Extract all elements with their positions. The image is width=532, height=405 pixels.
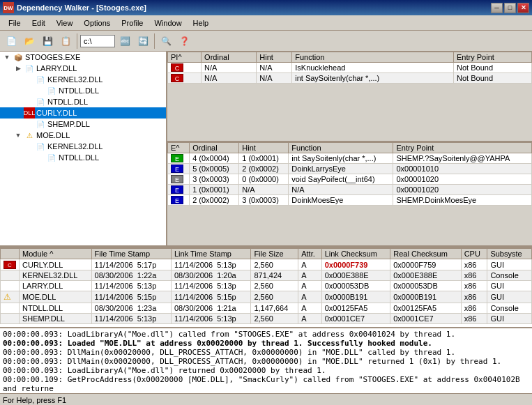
mod-attr-1: A xyxy=(298,259,321,270)
tree-expander-7[interactable]: ▼ xyxy=(13,130,24,141)
toolbar: 📄 📂 💾 📋 🔤 🔄 🔍 ❓ xyxy=(0,31,532,52)
tree-pane[interactable]: ▼ 📦 STOOGES.EXE ▶ 📄 LARRY.DLL 📄 KERNEL32… xyxy=(0,52,167,245)
e-col-icon: E^ xyxy=(168,143,190,153)
mod-col-cpu: CPU xyxy=(461,249,487,259)
dll-icon-curly: DLL xyxy=(24,107,35,119)
close-button[interactable]: ✕ xyxy=(517,3,529,13)
table-row[interactable]: NTDLL.DLL 08/30/2006 1:23a 08/30/2006 1:… xyxy=(1,303,532,314)
tree-item-moe[interactable]: ▼ ⚠ MOE.DLL xyxy=(0,130,166,141)
e-entrypoint-3: 0x00001020 xyxy=(393,174,532,185)
mod-sub-5: Console xyxy=(487,303,532,314)
tree-label-larry: LARRY.DLL xyxy=(36,64,77,72)
tree-item-shemp[interactable]: 📄 SHEMP.DLL xyxy=(0,119,166,130)
toolbar-path-input[interactable] xyxy=(80,35,115,47)
menu-options[interactable]: Options xyxy=(78,17,116,29)
table-row[interactable]: C N/A N/A IsKnucklehead Not Bound xyxy=(168,63,532,73)
table-row[interactable]: C N/A N/A int SaySoitenly(char *,...) No… xyxy=(168,73,532,84)
toolbar-refresh[interactable]: 🔄 xyxy=(135,33,151,49)
tree-expander-2 xyxy=(24,74,35,85)
tree-item-ntdll-2[interactable]: 📄 NTDLL.DLL xyxy=(0,96,166,107)
e-ordinal-1: 4 (0x0004) xyxy=(190,153,239,164)
tree-expander-1[interactable]: ▶ xyxy=(13,63,24,74)
mod-link-2: 08/30/2006 1:20a xyxy=(172,270,251,281)
table-row[interactable]: E 2 (0x0002) 3 (0x0003) DoinkMoesEye SHE… xyxy=(168,195,532,206)
mod-file-3: 11/14/2006 5:13p xyxy=(91,281,171,291)
minimize-button[interactable]: ─ xyxy=(491,3,503,13)
e-hint-3: 0 (0x0000) xyxy=(239,174,289,185)
tree-item-ntdll-1[interactable]: 📄 NTDLL.DLL xyxy=(0,85,166,96)
tree-expander-3 xyxy=(35,85,46,96)
menu-profile[interactable]: Profile xyxy=(116,17,149,29)
mod-col-subsys: Subsyste xyxy=(487,249,532,259)
e-col-entrypoint: Entry Point xyxy=(393,143,532,153)
module-list-wrap[interactable]: Module ^ File Time Stamp Link Time Stamp… xyxy=(0,247,532,327)
title-text: Dependency Walker - [Stooges.exe] xyxy=(17,3,491,12)
e-table: E^ Ordinal Hint Function Entry Point E 4… xyxy=(167,142,532,206)
main-layout: ▼ 📦 STOOGES.EXE ▶ 📄 LARRY.DLL 📄 KERNEL32… xyxy=(0,52,532,247)
dll-icon-kernel32-1: 📄 xyxy=(35,74,46,85)
menu-help[interactable]: Help xyxy=(188,17,215,29)
pi-table-wrap[interactable]: PI^ Ordinal Hint Function Entry Point C … xyxy=(167,52,532,142)
pi-icon-cell-2: C xyxy=(168,73,202,84)
tree-expander-6 xyxy=(24,119,35,130)
log-pane[interactable]: 00:00:00.093: LoadLibraryA("Moe.dll") ca… xyxy=(0,327,532,393)
e-table-wrap[interactable]: E^ Ordinal Hint Function Entry Point E 4… xyxy=(167,142,532,245)
mod-name-1: CURLY.DLL xyxy=(20,259,92,270)
mod-icon-3 xyxy=(1,281,20,291)
mod-lcheck-1: 0x0000F739 xyxy=(321,259,390,270)
menu-window[interactable]: Window xyxy=(149,17,187,29)
tree-item-stooges[interactable]: ▼ 📦 STOOGES.EXE xyxy=(0,52,166,63)
tree-item-curly[interactable]: DLL CURLY.DLL xyxy=(0,107,166,119)
tree-item-kernel32-1[interactable]: 📄 KERNEL32.DLL xyxy=(0,74,166,85)
table-row[interactable]: E 1 (0x0001) N/A N/A 0x00001020 xyxy=(168,185,532,195)
table-row[interactable]: KERNEL32.DLL 08/30/2006 1:22a 08/30/2006… xyxy=(1,270,532,281)
mod-attr-3: A xyxy=(298,281,321,291)
e-hint-5: 3 (0x0003) xyxy=(239,195,289,206)
tree-expander-0[interactable]: ▼ xyxy=(1,52,13,63)
menu-file[interactable]: File xyxy=(3,17,26,29)
tree-label-moe: MOE.DLL xyxy=(36,131,70,139)
tree-label-stooges: STOOGES.EXE xyxy=(25,53,80,61)
mod-attr-5: A xyxy=(298,303,321,314)
tree-label-kernel32-1: KERNEL32.DLL xyxy=(47,75,103,84)
table-row[interactable]: ⚠ MOE.DLL 11/14/2006 5:15p 11/14/2006 5:… xyxy=(1,291,532,303)
mod-icon-1: C xyxy=(1,259,20,270)
mod-icon-5 xyxy=(1,303,20,314)
pi-col-hint: Hint xyxy=(257,52,292,63)
toolbar-open[interactable]: 📂 xyxy=(21,33,38,49)
table-row[interactable]: E 4 (0x0004) 1 (0x0001) int SaySoitenly(… xyxy=(168,153,532,164)
mod-link-5: 08/30/2006 1:21a xyxy=(172,303,251,314)
table-row[interactable]: C CURLY.DLL 11/14/2006 5:17p 11/14/2006 … xyxy=(1,259,532,270)
pi-col-entrypoint: Entry Point xyxy=(454,52,532,63)
e-ordinal-5: 2 (0x0002) xyxy=(190,195,239,206)
tree-item-ntdll-3[interactable]: 📄 NTDLL.DLL xyxy=(0,152,166,163)
mod-col-real-check: Real Checksum xyxy=(390,249,461,259)
mod-sub-4: GUI xyxy=(487,291,532,303)
table-row[interactable]: SHEMP.DLL 11/14/2006 5:13p 11/14/2006 5:… xyxy=(1,314,532,324)
menu-edit[interactable]: Edit xyxy=(26,17,51,29)
e-entrypoint-1: SHEMP.?SaySoitenly@@YAHPA xyxy=(393,153,532,164)
table-row[interactable]: LARRY.DLL 11/14/2006 5:13p 11/14/2006 5:… xyxy=(1,281,532,291)
log-line-4: 00:00:00.093: DllMain(0x00020000, DLL_PR… xyxy=(3,357,529,366)
table-row[interactable]: E 5 (0x0005) 2 (0x0002) DoinkLarrysEye 0… xyxy=(168,164,532,174)
mod-sub-3: GUI xyxy=(487,281,532,291)
tree-item-larry[interactable]: ▶ 📄 LARRY.DLL xyxy=(0,63,166,74)
toolbar-copy[interactable]: 📋 xyxy=(57,33,74,49)
toolbar-save[interactable]: 💾 xyxy=(39,33,56,49)
mod-cpu-2: x86 xyxy=(461,270,487,281)
table-row[interactable]: E 3 (0x0003) 0 (0x0000) void SayPoifect(… xyxy=(168,174,532,185)
toolbar-find[interactable]: 🔍 xyxy=(158,33,174,49)
toolbar-new[interactable]: 📄 xyxy=(3,33,20,49)
dll-icon-kernel32-2: 📄 xyxy=(35,141,46,152)
tree-expander-9 xyxy=(35,152,46,163)
mod-attr-2: A xyxy=(298,270,321,281)
mod-sub-2: Console xyxy=(487,270,532,281)
e-entrypoint-2: 0x00001010 xyxy=(393,164,532,174)
menu-view[interactable]: View xyxy=(51,17,79,29)
e-ordinal-3: 3 (0x0003) xyxy=(190,174,239,185)
maximize-button[interactable]: □ xyxy=(504,3,516,13)
toolbar-browse[interactable]: 🔤 xyxy=(116,33,133,49)
app-icon: DW xyxy=(3,2,14,13)
toolbar-help[interactable]: ❓ xyxy=(176,33,192,49)
tree-item-kernel32-2[interactable]: 📄 KERNEL32.DLL xyxy=(0,141,166,152)
